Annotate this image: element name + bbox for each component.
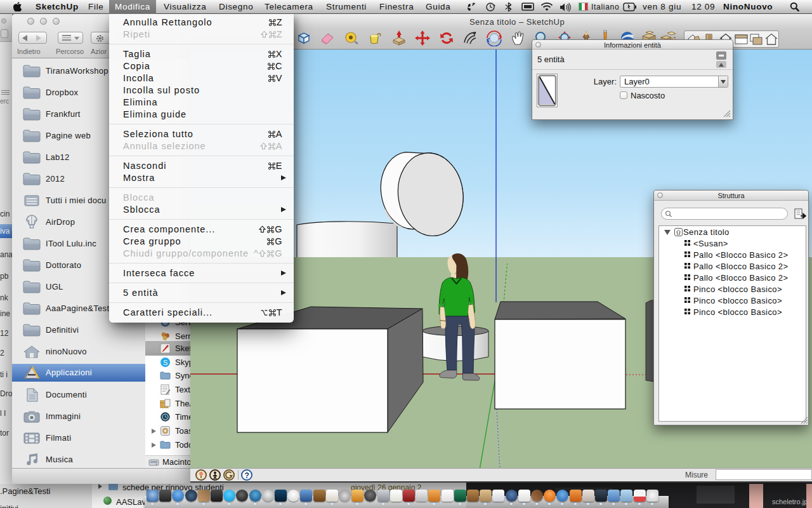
svg-text:S: S — [163, 359, 167, 366]
svg-text:?: ? — [245, 471, 249, 480]
